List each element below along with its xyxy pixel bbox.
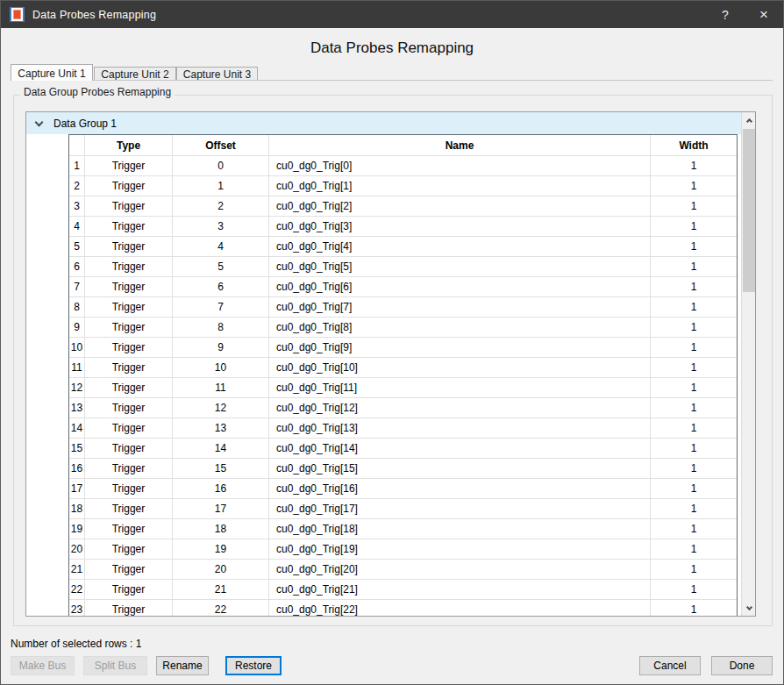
cell-offset: 6 [173,277,269,297]
cell-num: 10 [69,338,85,358]
cell-num: 19 [69,519,85,539]
table-row[interactable]: 13Trigger12cu0_dg0_Trig[12]1 [69,398,737,418]
cell-name: cu0_dg0_Trig[6] [269,277,651,297]
cell-width: 1 [651,358,737,378]
chevron-down-icon[interactable] [35,118,44,126]
cell-num: 17 [69,479,85,499]
scroll-down-icon[interactable] [742,601,756,616]
table-row[interactable]: 21Trigger20cu0_dg0_Trig[20]1 [69,560,737,580]
cell-type: Trigger [85,580,173,600]
cell-num: 8 [69,297,85,318]
table-row[interactable]: 23Trigger22cu0_dg0_Trig[22]1 [69,600,737,617]
cell-name: cu0_dg0_Trig[20] [269,560,651,580]
tab-capture-unit-1[interactable]: Capture Unit 1 [11,64,93,81]
cell-offset: 16 [173,479,269,499]
cell-width: 1 [651,217,737,237]
cancel-button[interactable]: Cancel [639,656,701,675]
cell-offset: 7 [173,297,269,318]
cell-num: 9 [69,318,85,338]
cell-width: 1 [651,459,737,479]
cell-name: cu0_dg0_Trig[17] [269,499,651,519]
cell-name: cu0_dg0_Trig[7] [269,297,651,318]
cell-name: cu0_dg0_Trig[9] [269,338,651,358]
cell-width: 1 [651,277,737,297]
table-row[interactable]: 17Trigger16cu0_dg0_Trig[16]1 [69,479,737,499]
table-row[interactable]: 22Trigger21cu0_dg0_Trig[21]1 [69,580,737,600]
cell-type: Trigger [85,519,173,539]
table-row[interactable]: 4Trigger3cu0_dg0_Trig[3]1 [69,217,737,237]
tab-pane-border [11,80,773,81]
cell-type: Trigger [85,297,173,318]
cell-type: Trigger [85,257,173,277]
table-row[interactable]: 19Trigger18cu0_dg0_Trig[18]1 [69,519,737,539]
table-row[interactable]: 11Trigger10cu0_dg0_Trig[10]1 [69,358,737,378]
cell-offset: 15 [173,459,269,479]
cell-name: cu0_dg0_Trig[0] [269,156,651,176]
cell-width: 1 [651,499,737,519]
table-row[interactable]: 2Trigger1cu0_dg0_Trig[1]1 [69,176,737,196]
cell-width: 1 [651,257,737,277]
close-icon[interactable]: × [745,1,783,28]
table-row[interactable]: 5Trigger4cu0_dg0_Trig[4]1 [69,237,737,257]
table-row[interactable]: 1Trigger0cu0_dg0_Trig[0]1 [69,156,737,176]
split-bus-button[interactable]: Split Bus [83,656,147,675]
cell-width: 1 [651,156,737,176]
make-bus-button[interactable]: Make Bus [11,656,75,675]
cell-type: Trigger [85,539,173,560]
scrollbar-thumb[interactable] [743,129,755,292]
cell-num: 20 [69,539,85,560]
cell-name: cu0_dg0_Trig[14] [269,439,651,459]
cell-type: Trigger [85,439,173,459]
cell-num: 22 [69,580,85,600]
cell-name: cu0_dg0_Trig[3] [269,217,651,237]
cell-type: Trigger [85,378,173,398]
cell-name: cu0_dg0_Trig[11] [269,378,651,398]
cell-type: Trigger [85,479,173,499]
cell-width: 1 [651,297,737,318]
cell-num: 3 [69,196,85,217]
cell-width: 1 [651,479,737,499]
cell-offset: 9 [173,338,269,358]
cell-width: 1 [651,539,737,560]
tab-capture-unit-2[interactable]: Capture Unit 2 [94,67,176,80]
table-row[interactable]: 6Trigger5cu0_dg0_Trig[5]1 [69,257,737,277]
done-button[interactable]: Done [711,656,773,675]
table-row[interactable]: 3Trigger2cu0_dg0_Trig[2]1 [69,196,737,217]
cell-type: Trigger [85,418,173,439]
table-row[interactable]: 8Trigger7cu0_dg0_Trig[7]1 [69,297,737,318]
app-icon [10,7,25,22]
table-row[interactable]: 10Trigger9cu0_dg0_Trig[9]1 [69,338,737,358]
table-row[interactable]: 20Trigger19cu0_dg0_Trig[19]1 [69,539,737,560]
table-row[interactable]: 18Trigger17cu0_dg0_Trig[17]1 [69,499,737,519]
page-title: Data Probes Remapping [1,39,783,57]
table-row[interactable]: 16Trigger15cu0_dg0_Trig[15]1 [69,459,737,479]
cell-type: Trigger [85,358,173,378]
rename-button[interactable]: Rename [156,656,209,675]
cell-width: 1 [651,237,737,257]
cell-num: 2 [69,176,85,196]
table-row[interactable]: 7Trigger6cu0_dg0_Trig[6]1 [69,277,737,297]
table-row[interactable]: 14Trigger13cu0_dg0_Trig[13]1 [69,418,737,439]
cell-name: cu0_dg0_Trig[10] [269,358,651,378]
table-row[interactable]: 9Trigger8cu0_dg0_Trig[8]1 [69,318,737,338]
cell-name: cu0_dg0_Trig[16] [269,479,651,499]
cell-width: 1 [651,439,737,459]
cell-type: Trigger [85,560,173,580]
vertical-scrollbar[interactable] [741,112,755,616]
column-header-type: Type [85,135,173,156]
scroll-up-icon[interactable] [742,112,756,127]
cell-type: Trigger [85,156,173,176]
cell-type: Trigger [85,237,173,257]
help-button[interactable]: ? [706,1,745,28]
cell-width: 1 [651,600,737,617]
cell-num: 23 [69,600,85,617]
table-row[interactable]: 15Trigger14cu0_dg0_Trig[14]1 [69,439,737,459]
data-probes-remapping-dialog: Data Probes Remapping ? × Data Probes Re… [0,0,784,685]
data-group-1-header[interactable]: Data Group 1 [26,112,741,134]
cell-offset: 10 [173,358,269,378]
tab-capture-unit-3[interactable]: Capture Unit 3 [176,67,258,80]
restore-button[interactable]: Restore [225,656,282,675]
cell-name: cu0_dg0_Trig[1] [269,176,651,196]
table-row[interactable]: 12Trigger11cu0_dg0_Trig[11]1 [69,378,737,398]
header-corner-cell [69,135,85,156]
